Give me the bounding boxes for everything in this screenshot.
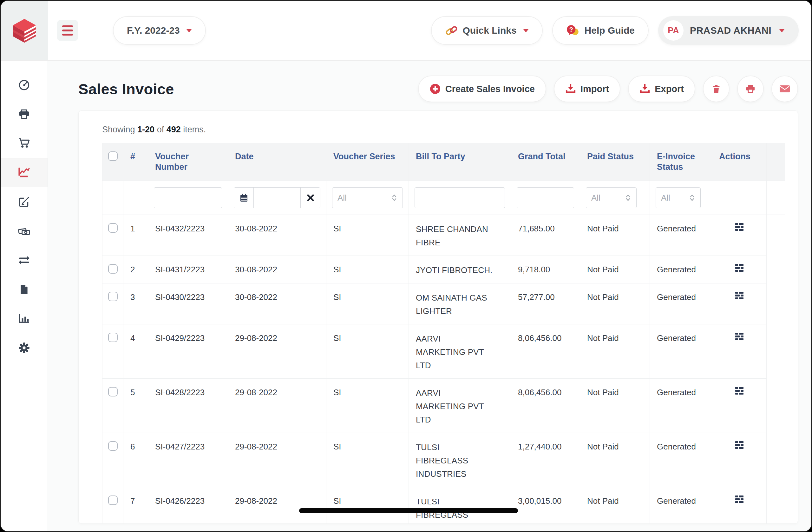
sidebar-item-documents[interactable] xyxy=(1,275,47,304)
col-header-paid-status[interactable]: Paid Status xyxy=(580,143,650,181)
svg-text:?: ? xyxy=(569,26,573,33)
row-checkbox[interactable] xyxy=(108,495,118,505)
download-icon xyxy=(639,83,650,94)
invoice-row[interactable]: 5 SI-0428/2223 29-08-2022 SI AARVI MARKE… xyxy=(102,379,785,433)
table-body: 1 SI-0432/2223 30-08-2022 SI SHREE CHAND… xyxy=(102,215,785,524)
app-window: F.Y. 2022-23 Quick Links ? Hel xyxy=(0,0,812,532)
row-actions-menu-icon[interactable] xyxy=(735,332,744,341)
envelope-icon xyxy=(779,83,791,95)
user-name: PRASAD AKHANI xyxy=(690,25,771,36)
sidebar xyxy=(1,61,48,531)
date-filter xyxy=(234,187,320,208)
sidebar-item-transactions[interactable] xyxy=(1,246,47,275)
cell-paid-status: Not Paid xyxy=(580,283,650,324)
row-actions-menu-icon[interactable] xyxy=(735,440,744,449)
row-checkbox[interactable] xyxy=(108,441,118,451)
quick-links-dropdown[interactable]: Quick Links xyxy=(431,16,543,45)
cell-sr: 4 xyxy=(124,324,148,379)
cell-sr: 6 xyxy=(124,433,148,487)
cell-date: 30-08-2022 xyxy=(228,256,327,283)
select-all-checkbox[interactable] xyxy=(108,151,118,161)
row-actions-menu-icon[interactable] xyxy=(735,264,744,272)
app-logo[interactable] xyxy=(1,1,48,60)
export-button[interactable]: Export xyxy=(628,75,695,102)
fiscal-year-dropdown[interactable]: F.Y. 2022-23 xyxy=(113,16,206,45)
sidebar-item-edit-vouchers[interactable] xyxy=(1,187,47,216)
row-checkbox[interactable] xyxy=(108,292,118,301)
fiscal-year-label: F.Y. 2022-23 xyxy=(127,25,180,36)
transfer-arrows-icon xyxy=(18,254,30,267)
cell-e-invoice-status: Generated xyxy=(650,215,712,256)
invoice-row[interactable]: 6 SI-0427/2223 29-08-2022 SI TULSI FIBRE… xyxy=(102,433,785,487)
cell-e-invoice-status: Generated xyxy=(650,379,712,433)
cell-paid-status: Not Paid xyxy=(580,324,650,379)
col-header-sr[interactable]: # xyxy=(124,143,148,181)
col-header-bill-to-party[interactable]: Bill To Party xyxy=(409,143,511,181)
print-button[interactable] xyxy=(737,75,764,102)
cell-bill-to-party: SHREE CHANDAN FIBRE xyxy=(409,215,511,256)
sidebar-item-sales[interactable] xyxy=(1,158,47,187)
select-chevrons-icon xyxy=(624,194,632,202)
menu-toggle-button[interactable] xyxy=(57,20,78,41)
row-actions-menu-icon[interactable] xyxy=(735,386,744,395)
page-title: Sales Invoice xyxy=(78,80,174,98)
date-filter-input[interactable] xyxy=(254,187,300,208)
sidebar-item-reports[interactable] xyxy=(1,304,47,333)
row-actions-menu-icon[interactable] xyxy=(735,291,744,300)
col-header-date[interactable]: Date xyxy=(228,143,327,181)
cell-voucher-number: SI-0428/2223 xyxy=(148,379,228,433)
import-button[interactable]: Import xyxy=(554,75,620,102)
col-header-voucher-series[interactable]: Voucher Series xyxy=(327,143,409,181)
voucher-series-filter-select[interactable]: All xyxy=(332,187,403,208)
invoice-row[interactable]: 2 SI-0431/2223 30-08-2022 SI JYOTI FIBRO… xyxy=(102,256,785,283)
cell-grand-total: 9,718.00 xyxy=(511,256,580,283)
voucher-number-filter-input[interactable] xyxy=(154,187,222,208)
cell-voucher-series: SI xyxy=(327,433,409,487)
row-checkbox[interactable] xyxy=(108,264,118,274)
cell-date: 29-08-2022 xyxy=(228,379,327,433)
grand-total-filter-input[interactable] xyxy=(517,187,574,208)
row-checkbox[interactable] xyxy=(108,333,118,342)
sidebar-item-dashboard[interactable] xyxy=(1,70,47,100)
e-invoice-status-filter-select[interactable]: All xyxy=(656,187,701,208)
select-chevrons-icon xyxy=(688,194,696,202)
sidebar-item-payments[interactable] xyxy=(1,216,47,246)
horizontal-scrollbar[interactable] xyxy=(299,508,518,513)
help-guide-button[interactable]: ? Help Guide xyxy=(552,16,649,45)
cell-bill-to-party: JYOTI FIBROTECH. xyxy=(409,256,511,283)
calendar-button[interactable] xyxy=(234,187,254,208)
results-summary: Showing 1-20 of 492 items. xyxy=(102,125,785,135)
results-range: 1-20 xyxy=(137,125,155,134)
row-actions-menu-icon[interactable] xyxy=(735,495,744,504)
invoice-row[interactable]: 4 SI-0429/2223 29-08-2022 SI AARVI MARKE… xyxy=(102,324,785,379)
sidebar-item-print[interactable] xyxy=(1,100,47,129)
table-header-row: # Voucher Number Date Voucher Series Bil… xyxy=(102,143,785,181)
email-button[interactable] xyxy=(771,75,798,102)
results-total: 492 xyxy=(166,125,181,134)
cell-bill-to-party: OM SAINATH GAS LIGHTER xyxy=(409,283,511,324)
plus-circle-icon xyxy=(430,83,441,95)
user-menu[interactable]: PA PRASAD AKHANI xyxy=(658,16,799,45)
cell-paid-status: Not Paid xyxy=(580,256,650,283)
bill-to-party-filter-input[interactable] xyxy=(415,187,505,208)
row-checkbox[interactable] xyxy=(108,223,118,233)
invoice-row[interactable]: 7 SI-0426/2223 29-08-2022 SI TULSI FIBRE… xyxy=(102,487,785,524)
col-header-grand-total[interactable]: Grand Total xyxy=(511,143,580,181)
sidebar-item-settings[interactable] xyxy=(1,333,47,363)
cell-paid-status: Not Paid xyxy=(580,487,650,524)
col-header-e-invoice-status[interactable]: E-Invoice Status xyxy=(650,143,712,181)
delete-button[interactable] xyxy=(703,75,729,102)
page-actions: Create Sales Invoice Import xyxy=(418,75,798,102)
col-header-voucher-number[interactable]: Voucher Number xyxy=(148,143,228,181)
cell-grand-total: 71,685.00 xyxy=(511,215,580,256)
invoice-row[interactable]: 1 SI-0432/2223 30-08-2022 SI SHREE CHAND… xyxy=(102,215,785,256)
link-icon xyxy=(445,24,458,37)
row-checkbox[interactable] xyxy=(108,387,118,396)
paid-status-filter-select[interactable]: All xyxy=(586,187,637,208)
chevron-down-icon xyxy=(523,29,529,32)
invoice-row[interactable]: 3 SI-0430/2223 30-08-2022 SI OM SAINATH … xyxy=(102,283,785,324)
row-actions-menu-icon[interactable] xyxy=(735,223,744,232)
clear-date-button[interactable] xyxy=(300,187,320,208)
create-sales-invoice-button[interactable]: Create Sales Invoice xyxy=(418,75,546,102)
sidebar-item-purchases[interactable] xyxy=(1,129,47,158)
